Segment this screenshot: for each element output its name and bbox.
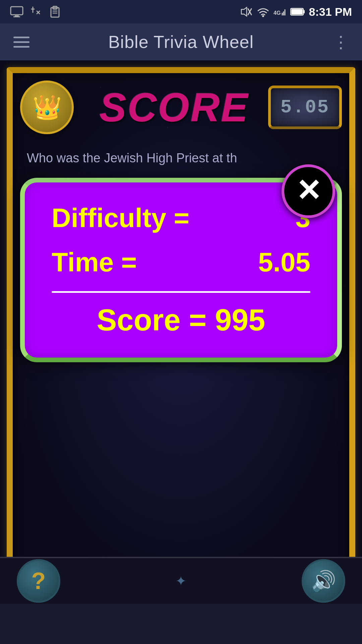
score-title: SCORE [100, 84, 249, 130]
timer-display: 5.05 [268, 86, 342, 129]
close-icon: ✕ [296, 175, 321, 206]
svg-text:4G: 4G [274, 10, 281, 16]
question-area: Who was the Jewish High Priest at th [20, 144, 342, 172]
score-total-row: Score = 995 [52, 303, 310, 337]
clipboard-icon [49, 6, 61, 18]
battery-icon [290, 7, 305, 16]
sound-button[interactable]: 🔊 [302, 559, 345, 603]
signal-icon: 4G [274, 6, 286, 17]
difficulty-label: Difficulty = [52, 203, 189, 233]
crown-button[interactable]: 👑 [20, 80, 74, 134]
menu-button[interactable] [13, 37, 29, 48]
help-icon: ? [32, 568, 46, 594]
time-label: Time = [52, 247, 137, 278]
time-value: 5.05 [258, 247, 310, 278]
status-bar: 4G 8:31 PM [0, 0, 362, 23]
status-icons: 4G 8:31 PM [240, 5, 352, 18]
timer-value: 5.05 [281, 97, 329, 118]
score-area: 👑 SCORE 5.05 [20, 74, 342, 141]
tv-icon [10, 6, 23, 17]
bottom-bar: ? ✦ 🔊 [0, 557, 362, 604]
status-time: 8:31 PM [309, 5, 352, 18]
crown-icon: 👑 [33, 96, 62, 119]
svg-marker-7 [241, 7, 247, 16]
svg-rect-16 [303, 10, 305, 13]
score-total-label: Score = 995 [97, 303, 265, 337]
score-divider [52, 291, 310, 293]
status-bar-left [10, 6, 61, 18]
svg-point-10 [262, 15, 264, 17]
app-title: Bible Trivia Wheel [108, 32, 254, 52]
star-decoration: ✦ [175, 573, 187, 589]
svg-rect-17 [291, 9, 303, 14]
sound-icon: 🔊 [311, 569, 336, 593]
mute-icon [240, 6, 253, 17]
svg-rect-0 [11, 7, 23, 15]
difficulty-row: Difficulty = 3 [52, 203, 310, 233]
close-button[interactable]: ✕ [282, 164, 335, 218]
more-options-button[interactable]: ⋮ [333, 34, 349, 50]
question-text: Who was the Jewish High Priest at th [27, 151, 237, 165]
time-row: Time = 5.05 [52, 247, 310, 278]
help-button[interactable]: ? [17, 559, 60, 603]
phone-icon [30, 6, 42, 18]
wifi-icon [257, 6, 269, 17]
app-bar: Bible Trivia Wheel ⋮ [0, 23, 362, 60]
game-area: 👑 SCORE 5.05 Who was the Jewish High Pri… [0, 60, 362, 604]
